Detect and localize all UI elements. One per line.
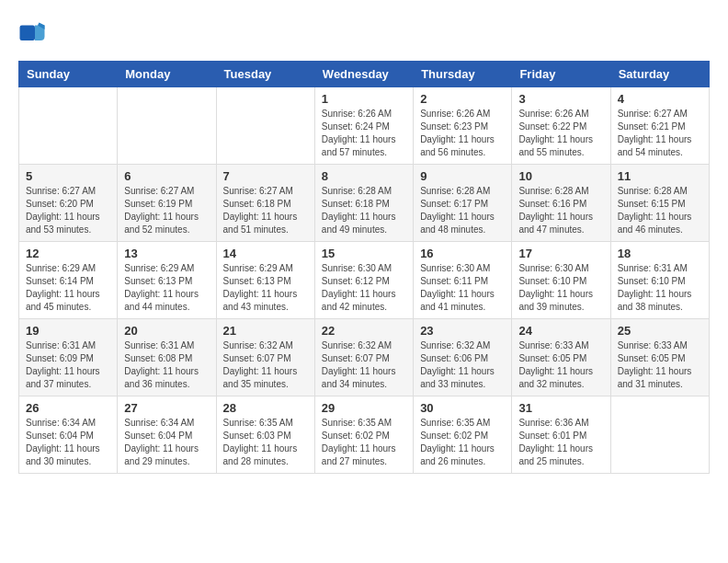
calendar-cell: 7Sunrise: 6:27 AM Sunset: 6:18 PM Daylig… bbox=[216, 165, 314, 242]
calendar-cell: 11Sunrise: 6:28 AM Sunset: 6:15 PM Dayli… bbox=[610, 165, 709, 242]
day-number: 26 bbox=[26, 401, 110, 415]
calendar-week-5: 26Sunrise: 6:34 AM Sunset: 6:04 PM Dayli… bbox=[19, 396, 710, 474]
day-number: 24 bbox=[518, 324, 603, 338]
day-number: 7 bbox=[223, 169, 308, 183]
calendar-cell: 3Sunrise: 6:26 AM Sunset: 6:22 PM Daylig… bbox=[512, 87, 610, 165]
day-info: Sunrise: 6:27 AM Sunset: 6:19 PM Dayligh… bbox=[124, 185, 209, 236]
calendar-cell: 13Sunrise: 6:29 AM Sunset: 6:13 PM Dayli… bbox=[118, 242, 216, 319]
day-number: 9 bbox=[420, 169, 505, 183]
day-number: 21 bbox=[223, 324, 308, 338]
day-info: Sunrise: 6:28 AM Sunset: 6:16 PM Dayligh… bbox=[518, 185, 603, 236]
day-number: 28 bbox=[223, 401, 308, 415]
weekday-header-row: SundayMondayTuesdayWednesdayThursdayFrid… bbox=[19, 62, 710, 87]
calendar-cell bbox=[610, 396, 709, 474]
calendar-cell: 10Sunrise: 6:28 AM Sunset: 6:16 PM Dayli… bbox=[512, 165, 610, 242]
day-number: 5 bbox=[26, 169, 110, 183]
calendar-cell bbox=[19, 87, 118, 165]
calendar-cell bbox=[216, 87, 314, 165]
day-number: 6 bbox=[124, 169, 209, 183]
day-number: 29 bbox=[322, 401, 406, 415]
day-number: 1 bbox=[322, 92, 406, 106]
calendar-cell: 12Sunrise: 6:29 AM Sunset: 6:14 PM Dayli… bbox=[19, 242, 118, 319]
day-info: Sunrise: 6:28 AM Sunset: 6:15 PM Dayligh… bbox=[618, 185, 702, 236]
day-number: 19 bbox=[26, 324, 110, 338]
day-info: Sunrise: 6:36 AM Sunset: 6:01 PM Dayligh… bbox=[518, 417, 603, 468]
day-info: Sunrise: 6:30 AM Sunset: 6:12 PM Dayligh… bbox=[322, 262, 406, 314]
day-info: Sunrise: 6:33 AM Sunset: 6:05 PM Dayligh… bbox=[518, 339, 603, 391]
weekday-header-saturday: Saturday bbox=[610, 62, 709, 87]
calendar-cell: 9Sunrise: 6:28 AM Sunset: 6:17 PM Daylig… bbox=[414, 165, 512, 242]
day-number: 3 bbox=[518, 92, 603, 106]
calendar-cell: 2Sunrise: 6:26 AM Sunset: 6:23 PM Daylig… bbox=[414, 87, 512, 165]
day-info: Sunrise: 6:26 AM Sunset: 6:23 PM Dayligh… bbox=[420, 108, 505, 159]
svg-rect-0 bbox=[20, 26, 36, 41]
day-info: Sunrise: 6:26 AM Sunset: 6:24 PM Dayligh… bbox=[322, 108, 406, 159]
day-info: Sunrise: 6:31 AM Sunset: 6:10 PM Dayligh… bbox=[618, 262, 702, 314]
calendar-cell: 25Sunrise: 6:33 AM Sunset: 6:05 PM Dayli… bbox=[610, 319, 709, 396]
day-number: 15 bbox=[322, 247, 406, 260]
day-info: Sunrise: 6:32 AM Sunset: 6:06 PM Dayligh… bbox=[420, 339, 505, 391]
calendar-cell: 5Sunrise: 6:27 AM Sunset: 6:20 PM Daylig… bbox=[19, 165, 118, 242]
day-info: Sunrise: 6:29 AM Sunset: 6:13 PM Dayligh… bbox=[124, 262, 209, 314]
day-info: Sunrise: 6:28 AM Sunset: 6:17 PM Dayligh… bbox=[420, 185, 505, 236]
weekday-header-monday: Monday bbox=[118, 62, 216, 87]
calendar-cell: 20Sunrise: 6:31 AM Sunset: 6:08 PM Dayli… bbox=[118, 319, 216, 396]
calendar-cell: 18Sunrise: 6:31 AM Sunset: 6:10 PM Dayli… bbox=[610, 242, 709, 319]
calendar-cell: 6Sunrise: 6:27 AM Sunset: 6:19 PM Daylig… bbox=[118, 165, 216, 242]
calendar-cell: 15Sunrise: 6:30 AM Sunset: 6:12 PM Dayli… bbox=[314, 242, 413, 319]
calendar-week-2: 5Sunrise: 6:27 AM Sunset: 6:20 PM Daylig… bbox=[19, 165, 710, 242]
day-info: Sunrise: 6:29 AM Sunset: 6:14 PM Dayligh… bbox=[26, 262, 110, 314]
day-number: 25 bbox=[618, 324, 702, 338]
calendar-cell: 16Sunrise: 6:30 AM Sunset: 6:11 PM Dayli… bbox=[414, 242, 512, 319]
day-info: Sunrise: 6:27 AM Sunset: 6:21 PM Dayligh… bbox=[618, 108, 702, 159]
calendar-cell: 30Sunrise: 6:35 AM Sunset: 6:02 PM Dayli… bbox=[414, 396, 512, 474]
day-number: 20 bbox=[124, 324, 209, 338]
day-info: Sunrise: 6:32 AM Sunset: 6:07 PM Dayligh… bbox=[223, 339, 308, 391]
calendar-cell: 23Sunrise: 6:32 AM Sunset: 6:06 PM Dayli… bbox=[414, 319, 512, 396]
day-info: Sunrise: 6:29 AM Sunset: 6:13 PM Dayligh… bbox=[223, 262, 308, 314]
day-info: Sunrise: 6:34 AM Sunset: 6:04 PM Dayligh… bbox=[26, 417, 110, 468]
day-info: Sunrise: 6:27 AM Sunset: 6:18 PM Dayligh… bbox=[223, 185, 308, 236]
day-info: Sunrise: 6:34 AM Sunset: 6:04 PM Dayligh… bbox=[124, 417, 209, 468]
calendar-cell: 19Sunrise: 6:31 AM Sunset: 6:09 PM Dayli… bbox=[19, 319, 118, 396]
calendar-cell: 17Sunrise: 6:30 AM Sunset: 6:10 PM Dayli… bbox=[512, 242, 610, 319]
calendar-cell: 22Sunrise: 6:32 AM Sunset: 6:07 PM Dayli… bbox=[314, 319, 413, 396]
day-info: Sunrise: 6:32 AM Sunset: 6:07 PM Dayligh… bbox=[322, 339, 406, 391]
day-number: 22 bbox=[322, 324, 406, 338]
weekday-header-tuesday: Tuesday bbox=[216, 62, 314, 87]
day-info: Sunrise: 6:31 AM Sunset: 6:09 PM Dayligh… bbox=[26, 339, 110, 391]
page-header bbox=[18, 18, 710, 46]
day-info: Sunrise: 6:35 AM Sunset: 6:03 PM Dayligh… bbox=[223, 417, 308, 468]
weekday-header-wednesday: Wednesday bbox=[314, 62, 413, 87]
day-number: 11 bbox=[618, 169, 702, 183]
calendar-cell: 4Sunrise: 6:27 AM Sunset: 6:21 PM Daylig… bbox=[610, 87, 709, 165]
day-number: 17 bbox=[518, 247, 603, 260]
logo-icon bbox=[18, 18, 46, 46]
calendar-table: SundayMondayTuesdayWednesdayThursdayFrid… bbox=[18, 61, 710, 474]
day-info: Sunrise: 6:30 AM Sunset: 6:10 PM Dayligh… bbox=[518, 262, 603, 314]
day-number: 12 bbox=[26, 247, 110, 260]
calendar-week-4: 19Sunrise: 6:31 AM Sunset: 6:09 PM Dayli… bbox=[19, 319, 710, 396]
calendar-cell: 1Sunrise: 6:26 AM Sunset: 6:24 PM Daylig… bbox=[314, 87, 413, 165]
calendar-cell: 26Sunrise: 6:34 AM Sunset: 6:04 PM Dayli… bbox=[19, 396, 118, 474]
calendar-cell: 24Sunrise: 6:33 AM Sunset: 6:05 PM Dayli… bbox=[512, 319, 610, 396]
weekday-header-sunday: Sunday bbox=[19, 62, 118, 87]
day-number: 27 bbox=[124, 401, 209, 415]
day-info: Sunrise: 6:30 AM Sunset: 6:11 PM Dayligh… bbox=[420, 262, 505, 314]
day-number: 2 bbox=[420, 92, 505, 106]
calendar-week-3: 12Sunrise: 6:29 AM Sunset: 6:14 PM Dayli… bbox=[19, 242, 710, 319]
day-info: Sunrise: 6:26 AM Sunset: 6:22 PM Dayligh… bbox=[518, 108, 603, 159]
day-number: 16 bbox=[420, 247, 505, 260]
day-number: 4 bbox=[618, 92, 702, 106]
calendar-cell: 27Sunrise: 6:34 AM Sunset: 6:04 PM Dayli… bbox=[118, 396, 216, 474]
day-info: Sunrise: 6:28 AM Sunset: 6:18 PM Dayligh… bbox=[322, 185, 406, 236]
day-info: Sunrise: 6:33 AM Sunset: 6:05 PM Dayligh… bbox=[618, 339, 702, 391]
day-number: 31 bbox=[518, 401, 603, 415]
day-info: Sunrise: 6:35 AM Sunset: 6:02 PM Dayligh… bbox=[420, 417, 505, 468]
day-number: 30 bbox=[420, 401, 505, 415]
calendar-cell: 28Sunrise: 6:35 AM Sunset: 6:03 PM Dayli… bbox=[216, 396, 314, 474]
calendar-week-1: 1Sunrise: 6:26 AM Sunset: 6:24 PM Daylig… bbox=[19, 87, 710, 165]
day-info: Sunrise: 6:27 AM Sunset: 6:20 PM Dayligh… bbox=[26, 185, 110, 236]
weekday-header-thursday: Thursday bbox=[414, 62, 512, 87]
calendar-cell: 21Sunrise: 6:32 AM Sunset: 6:07 PM Dayli… bbox=[216, 319, 314, 396]
